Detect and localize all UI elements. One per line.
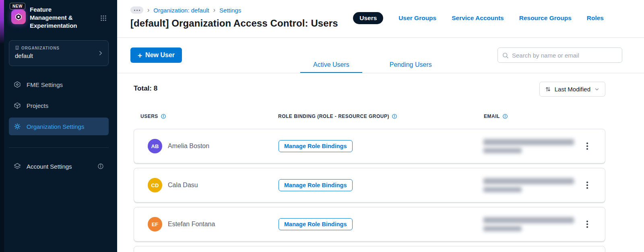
fme-settings-icon bbox=[14, 81, 21, 88]
sort-button[interactable]: Last Modified bbox=[539, 82, 605, 97]
tab-label: Active Users bbox=[313, 61, 349, 68]
column-header-email: EMAIL bbox=[484, 114, 508, 119]
sidebar-item-projects[interactable]: Projects bbox=[9, 97, 109, 114]
avatar: CD bbox=[148, 178, 162, 192]
layers-icon bbox=[14, 163, 21, 170]
tab-service-accounts[interactable]: Service Accounts bbox=[452, 14, 504, 22]
sidebar-nav: FME Settings Projects Organization Se bbox=[9, 76, 109, 138]
rail-purple-glow bbox=[0, 0, 4, 44]
info-icon[interactable] bbox=[161, 114, 166, 119]
table-row-partial bbox=[134, 246, 605, 252]
gear-icon bbox=[14, 123, 21, 130]
total-count: Total: 8 bbox=[134, 85, 157, 93]
chevron-down-icon bbox=[594, 87, 600, 92]
tab-users[interactable]: Users bbox=[353, 12, 383, 24]
main-content: › Organization: default › Settings [defa… bbox=[117, 0, 644, 252]
left-rail bbox=[0, 0, 4, 252]
product-logo-icon[interactable] bbox=[11, 10, 26, 24]
new-user-button[interactable]: + New User bbox=[130, 48, 182, 63]
sidebar-divider bbox=[9, 147, 109, 148]
tab-roles[interactable]: Roles bbox=[587, 14, 604, 22]
organization-value: default bbox=[15, 52, 33, 59]
header-divider bbox=[117, 37, 644, 38]
projects-icon bbox=[14, 102, 21, 109]
tab-user-groups[interactable]: User Groups bbox=[398, 14, 436, 22]
info-icon[interactable] bbox=[392, 114, 397, 119]
breadcrumb-separator-icon: › bbox=[213, 6, 215, 14]
tab-active-users[interactable]: Active Users bbox=[300, 56, 362, 73]
view-tabs: Active Users Pending Users bbox=[300, 56, 445, 73]
plus-icon: + bbox=[138, 52, 142, 59]
page-title: [default] Organization Access Control: U… bbox=[130, 18, 338, 29]
sidebar-item-label: Organization Settings bbox=[27, 123, 84, 130]
chevron-right-icon bbox=[97, 50, 104, 58]
row-menu-kebab-icon[interactable] bbox=[582, 180, 593, 191]
sidebar-item-label: FME Settings bbox=[27, 81, 63, 88]
table-row: EF Estefan Fontana Manage Role Bindings bbox=[134, 207, 605, 242]
organization-selector[interactable]: ORGANIZATIONS default bbox=[9, 40, 109, 66]
tab-pending-users[interactable]: Pending Users bbox=[377, 56, 445, 73]
breadcrumb-separator-icon: › bbox=[147, 6, 149, 14]
column-label: EMAIL bbox=[484, 114, 500, 119]
row-menu-kebab-icon[interactable] bbox=[582, 219, 593, 230]
column-header-users: USERS bbox=[140, 114, 166, 119]
tab-resource-groups[interactable]: Resource Groups bbox=[519, 14, 572, 22]
search-icon bbox=[502, 52, 509, 59]
manage-role-bindings-button[interactable]: Manage Role Bindings bbox=[279, 140, 353, 152]
row-menu-kebab-icon[interactable] bbox=[582, 140, 593, 152]
table-row: CD Cala Dasu Manage Role Bindings bbox=[134, 168, 605, 202]
sidebar-item-fme-settings[interactable]: FME Settings bbox=[9, 76, 109, 93]
email-redacted bbox=[483, 217, 580, 231]
avatar: AB bbox=[148, 139, 162, 153]
column-label: USERS bbox=[140, 114, 158, 119]
search-input[interactable] bbox=[512, 52, 618, 59]
new-user-button-label: New User bbox=[145, 52, 175, 59]
search-box bbox=[497, 48, 622, 63]
sidebar-item-label: Account Settings bbox=[27, 163, 72, 170]
email-redacted bbox=[483, 139, 580, 153]
organizations-label-row: ORGANIZATIONS bbox=[15, 45, 60, 51]
manage-role-bindings-button[interactable]: Manage Role Bindings bbox=[279, 218, 353, 230]
sidebar-item-organization-settings[interactable]: Organization Settings bbox=[9, 118, 109, 135]
sort-label: Last Modified bbox=[555, 86, 590, 93]
avatar: EF bbox=[148, 217, 162, 231]
manage-role-bindings-button[interactable]: Manage Role Bindings bbox=[279, 179, 353, 191]
sort-arrows-icon bbox=[545, 86, 551, 92]
column-label: ROLE BINDING (ROLE - RESOURCE GROUP) bbox=[278, 114, 389, 119]
email-redacted bbox=[483, 178, 580, 192]
sidebar: NEW Feature Management & Experimentation bbox=[4, 0, 117, 252]
organizations-label: ORGANIZATIONS bbox=[21, 46, 60, 50]
organization-icon bbox=[15, 45, 19, 51]
info-icon[interactable] bbox=[502, 114, 508, 119]
sidebar-item-account-settings[interactable]: Account Settings bbox=[9, 157, 109, 175]
breadcrumb-overflow-button[interactable] bbox=[130, 6, 143, 14]
header-tabs: Users User Groups Service Accounts Resou… bbox=[353, 12, 604, 24]
app-root: NEW Feature Management & Experimentation bbox=[0, 0, 644, 252]
tab-label: Pending Users bbox=[390, 61, 432, 68]
product-title: Feature Management & Experimentation bbox=[30, 6, 97, 30]
new-badge: NEW bbox=[10, 3, 25, 10]
apps-grid-icon[interactable] bbox=[100, 14, 107, 23]
breadcrumb-link-settings[interactable]: Settings bbox=[219, 7, 241, 14]
product-title-line: Feature bbox=[30, 6, 97, 14]
user-name: Amelia Boston bbox=[168, 143, 209, 150]
product-title-line: Experimentation bbox=[30, 22, 97, 30]
user-name: Estefan Fontana bbox=[168, 221, 215, 228]
sidebar-item-label: Projects bbox=[27, 102, 48, 109]
user-list: AB Amelia Boston Manage Role Bindings CD… bbox=[134, 129, 605, 252]
column-header-role-binding: ROLE BINDING (ROLE - RESOURCE GROUP) bbox=[278, 114, 397, 119]
table-row: AB Amelia Boston Manage Role Bindings bbox=[134, 129, 605, 163]
product-title-line: Management & bbox=[30, 14, 97, 22]
info-icon[interactable] bbox=[97, 163, 104, 169]
toolbar-divider bbox=[117, 73, 644, 73]
breadcrumb-link-organization[interactable]: Organization: default bbox=[153, 7, 209, 14]
user-name: Cala Dasu bbox=[168, 182, 198, 189]
breadcrumb: › Organization: default › Settings bbox=[130, 6, 241, 14]
